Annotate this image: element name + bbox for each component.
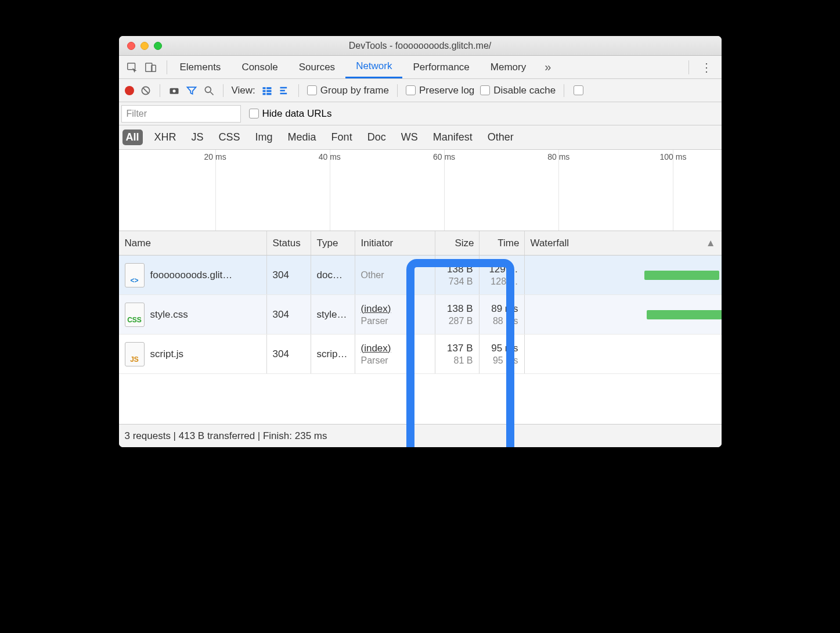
request-status: 304 [273,269,289,281]
group-by-frame-checkbox[interactable]: Group by frame [307,85,389,96]
sort-arrow-icon: ▲ [706,238,716,249]
clear-icon[interactable] [140,85,152,96]
type-filter-all[interactable]: All [122,130,143,145]
table-row[interactable]: <> foooooooods.glit… 304 doc… Other 138 … [119,256,722,295]
column-header-status[interactable]: Status [267,231,311,255]
inspect-element-icon[interactable] [126,61,139,74]
type-filter-media[interactable]: Media [284,130,320,145]
separator [397,84,398,97]
titlebar: DevTools - foooooooods.glitch.me/ [119,36,722,56]
column-header-name[interactable]: Name [119,231,267,255]
request-initiator-link[interactable]: (index) [361,303,391,315]
column-header-type[interactable]: Type [311,231,355,255]
main-tabs: Elements Console Sources Network Perform… [119,56,722,79]
table-row[interactable]: CSS style.css 304 style… (index)Parser 1… [119,295,722,335]
search-icon[interactable] [203,85,215,96]
request-name: foooooooods.glit… [150,269,233,281]
type-filter-css[interactable]: CSS [215,130,244,145]
column-header-time[interactable]: Time [480,231,525,255]
separator [160,84,160,97]
request-initiator: Other [361,270,384,280]
waterfall-cell [525,295,722,334]
type-filter-manifest[interactable]: Manifest [430,130,476,145]
column-header-waterfall[interactable]: Waterfall ▲ [525,231,722,255]
file-icon-css: CSS [125,303,145,327]
column-header-initiator[interactable]: Initiator [355,231,435,255]
status-footer: 3 requests | 413 B transferred | Finish:… [119,424,722,447]
requests-table-body: <> foooooooods.glit… 304 doc… Other 138 … [119,256,722,424]
type-filter-doc[interactable]: Doc [364,130,390,145]
svg-rect-9 [262,90,265,92]
settings-menu-button[interactable]: ⋮ [691,56,722,78]
timeline-tick: 60 ms [433,152,455,161]
devtools-window: DevTools - foooooooods.glitch.me/ Elemen… [119,36,722,447]
request-initiator-link[interactable]: (index) [361,343,391,354]
separator [564,84,564,97]
type-filter-row: All XHR JS CSS Img Media Font Doc WS Man… [119,125,722,150]
preserve-log-checkbox[interactable]: Preserve log [406,85,474,96]
separator [688,60,689,74]
type-filter-font[interactable]: Font [328,130,356,145]
svg-rect-10 [266,90,271,92]
svg-rect-7 [262,87,265,89]
requests-table-header: Name Status Type Initiator Size Time Wat… [119,231,722,256]
separator [298,84,299,97]
waterfall-cell [525,335,722,373]
table-row[interactable]: JS script.js 304 scrip… (index)Parser 13… [119,335,722,374]
type-filter-js[interactable]: JS [188,130,207,145]
timeline-tick: 100 ms [659,152,686,161]
separator [167,60,167,74]
tab-elements[interactable]: Elements [170,56,232,78]
request-name: style.css [150,309,188,321]
request-name: script.js [150,348,184,360]
filter-icon[interactable] [186,85,197,96]
file-icon-js: JS [125,342,145,366]
type-filter-xhr[interactable]: XHR [151,130,180,145]
disable-cache-checkbox[interactable]: Disable cache [480,85,556,96]
timeline-overview[interactable]: 20 ms 40 ms 60 ms 80 ms 100 ms [119,150,722,231]
type-filter-img[interactable]: Img [252,130,276,145]
tab-network[interactable]: Network [345,56,402,78]
timeline-tick: 20 ms [204,152,226,161]
type-filter-other[interactable]: Other [484,130,517,145]
svg-point-5 [172,89,175,92]
record-button[interactable] [125,86,134,95]
file-icon-document: <> [125,263,145,287]
request-type: style… [317,309,347,321]
tab-sources[interactable]: Sources [289,56,345,78]
window-title: DevTools - foooooooods.glitch.me/ [119,41,722,51]
request-type: doc… [317,269,343,281]
tab-performance[interactable]: Performance [402,56,480,78]
tab-memory[interactable]: Memory [480,56,536,78]
filter-row: Hide data URLs [119,102,722,125]
large-rows-icon[interactable] [261,85,273,96]
offline-checkbox[interactable] [574,85,583,95]
timeline-tick: 80 ms [547,152,569,161]
svg-rect-0 [127,63,135,69]
svg-rect-8 [266,87,271,89]
view-label: View: [232,85,255,96]
svg-rect-12 [266,93,271,95]
screenshot-icon[interactable] [168,85,180,96]
timeline-tick: 40 ms [319,152,341,161]
separator [223,84,223,97]
request-type: scrip… [317,348,348,360]
type-filter-ws[interactable]: WS [398,130,421,145]
tab-console[interactable]: Console [231,56,288,78]
network-toolbar: View: Group by frame Preserve log Disabl… [119,79,722,102]
waterfall-cell [525,256,722,294]
svg-point-6 [205,87,211,92]
tabs-overflow-button[interactable]: » [536,60,559,74]
request-status: 304 [273,309,289,321]
hide-data-urls-checkbox[interactable]: Hide data URLs [249,108,332,120]
status-text: 3 requests | 413 B transferred | Finish:… [125,430,327,442]
overview-icon[interactable] [279,85,290,96]
toggle-device-toolbar-icon[interactable] [145,61,157,74]
column-header-size[interactable]: Size [435,231,480,255]
filter-input[interactable] [121,105,241,123]
svg-rect-11 [262,93,265,95]
request-status: 304 [273,348,289,360]
